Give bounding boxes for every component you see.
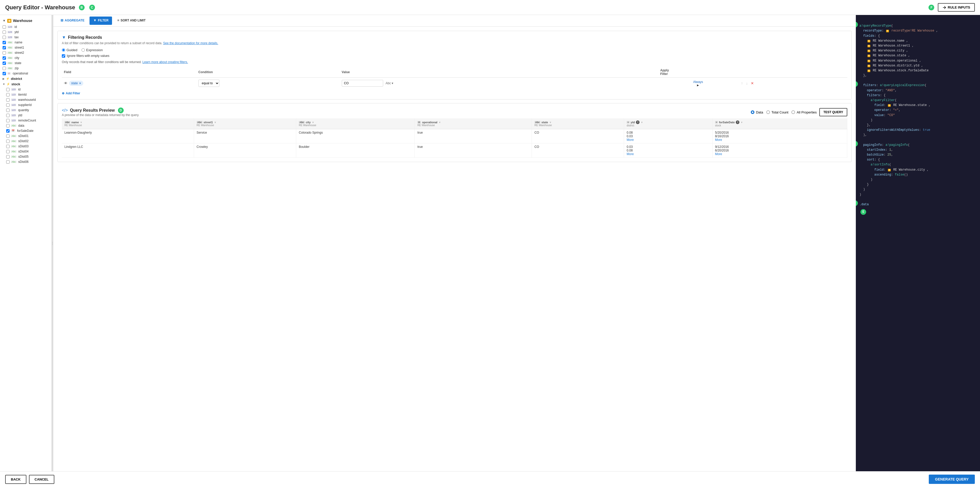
sidebar-item-data[interactable]: Abc data [0,123,51,128]
test-query-button[interactable]: TEST QUERY [819,108,847,116]
filter-condition-select[interactable]: equal to [199,79,220,87]
sidebar-check-ytd[interactable] [3,30,6,34]
sidebar-item-operational[interactable]: ⊙ operational [0,71,51,76]
sidebar-check-id[interactable] [3,25,6,29]
ytd-info-badge[interactable]: ? [636,121,640,124]
sidebar-item-ytd[interactable]: 123 ytd [0,30,51,35]
sidebar-check-sDist03[interactable] [6,145,10,148]
sidebar-item-sDist02[interactable]: Abc sDist02 [0,138,51,144]
more-ytd-1[interactable]: More [627,138,710,142]
sidebar-check-forSaleDate[interactable] [6,129,10,133]
sidebar-item-sDist04[interactable]: Abc sDist04 [0,149,51,154]
sidebar-check-zip[interactable] [3,67,6,70]
sidebar-check-sDist06[interactable] [6,160,10,163]
sidebar-check-warehouseId[interactable] [6,98,10,102]
sidebar-item-sDist01[interactable]: Abc sDist01 [0,133,51,138]
sidebar-item-city[interactable]: Abc city [0,56,51,60]
sidebar-check-name[interactable] [3,41,6,44]
sidebar-item-sDist05[interactable]: Abc sDist05 [0,154,51,159]
sidebar-check-quantity[interactable] [6,109,10,112]
apply-expand[interactable]: ▶ [697,84,699,87]
sidebar-check-sDist04[interactable] [6,150,10,153]
sidebar-item-sDist03[interactable]: Abc sDist03 [0,144,51,149]
guided-radio-label[interactable]: Guided [62,48,77,52]
sidebar-check-stock-ytd[interactable] [6,114,10,117]
tab-filter[interactable]: ▼ FILTER [89,17,112,25]
sidebar-check-state[interactable] [3,62,6,65]
ignore-empty-label[interactable]: Ignore filters with empty values [62,54,847,58]
sidebar-item-street1[interactable]: Abc street1 [0,45,51,50]
sidebar-label-ytd: ytd [14,30,19,34]
all-props-radio[interactable] [791,110,795,114]
sidebar-item-street2[interactable]: Abc street2 [0,50,51,56]
sidebar-check-sDist05[interactable] [6,155,10,159]
sidebar-item-id[interactable]: 123 id [0,24,51,30]
sidebar-item-name[interactable]: Abc name [0,40,51,45]
total-count-radio-wrapper[interactable]: Total Count [766,110,789,114]
sidebar-item-quantity[interactable]: 123 quantity [0,108,51,113]
sidebar-check-itemId[interactable] [6,93,10,97]
sidebar-check-remoteCount[interactable] [6,119,10,122]
sidebar-check-street2[interactable] [3,51,6,54]
sidebar-check-city[interactable] [3,56,6,60]
data-radio-wrapper[interactable]: Data [751,110,763,114]
all-props-radio-wrapper[interactable]: All Properties [791,110,816,114]
more-forsale-2[interactable]: More [715,152,845,156]
rule-inputs-button[interactable]: RULE INPUTS [938,3,975,12]
sidebar-item-sDist06[interactable]: Abc sDist06 [0,159,51,164]
ignore-empty-checkbox[interactable] [62,54,65,58]
filter-tag-remove[interactable]: ✕ [79,82,81,85]
learn-more-link[interactable]: Learn more about creating filters. [142,60,188,64]
sidebar-check-data[interactable] [6,124,10,127]
sidebar-check-sDist01[interactable] [6,135,10,138]
sidebar-item-forSaleDate[interactable]: 📅 forSaleDate [0,128,51,133]
eye-icon[interactable]: 👁 [64,81,67,85]
col-name: Abc name ▼ RE Warehouse [62,118,194,129]
sidebar-check-sDist02[interactable] [6,140,10,143]
expression-radio[interactable] [81,48,85,52]
more-ytd-2[interactable]: More [627,152,710,156]
filter-delete-btn[interactable]: ✕ [750,81,755,86]
sidebar-group-district[interactable]: ▶ ⚡ district [0,76,51,81]
sidebar-group-stock[interactable]: ▼ ⚡ stock [0,81,51,87]
total-count-radio[interactable] [766,110,770,114]
filter-value-input[interactable] [342,80,383,87]
forSaleDate-info-badge[interactable]: ? [736,121,740,124]
sidebar-item-zip[interactable]: Abc zip [0,66,51,71]
guided-radio[interactable] [62,48,65,52]
sidebar-item-state[interactable]: Abc state [0,60,51,66]
sidebar-collapse-btn[interactable]: ▼ [3,19,6,22]
filter-up-btn[interactable]: ↑ [740,81,744,86]
generate-query-button[interactable]: GENERATE QUERY [929,474,975,484]
data-radio[interactable] [751,110,754,114]
add-filter-button[interactable]: ⊕ Add Filter [62,92,80,95]
col-street1-sort[interactable]: ▼ [214,121,216,124]
sidebar-item-itemId[interactable]: 123 itemId [0,92,51,97]
col-operational-sort[interactable]: ▼ [439,121,441,124]
cancel-button[interactable]: CANCEL [29,475,54,484]
sidebar-item-stock-ytd[interactable]: 123 ytd [0,113,51,118]
sidebar-check-tax[interactable] [3,36,6,39]
sidebar-check-supplierId[interactable] [6,103,10,107]
sidebar-item-stock-id[interactable]: 123 id [0,87,51,92]
sidebar-item-tax[interactable]: 123 tax [0,35,51,40]
col-state-sort[interactable]: ▼ [549,121,552,124]
sidebar-item-supplierId[interactable]: 123 supplierId [0,102,51,108]
col-forSaleDate-sort[interactable]: ▼ [740,121,743,124]
tab-aggregate[interactable]: ⊞ AGGREGATE [56,15,89,26]
expression-radio-label[interactable]: Expression [81,48,103,52]
col-ytd-sort[interactable]: ▼ [641,121,643,124]
sidebar-item-remoteCount[interactable]: 123 remoteCount [0,118,51,123]
sidebar-type-remoteCount: 123 [11,119,16,122]
more-forsale-1[interactable]: More [715,138,845,142]
filter-doc-link[interactable]: See the documentation for more details. [163,41,218,45]
filter-down-btn[interactable]: ↓ [745,81,749,86]
col-name-sort[interactable]: ▼ [80,121,83,124]
sidebar-item-warehouseId[interactable]: 123 warehouseId [0,97,51,102]
tab-sort[interactable]: ≡ SORT AND LIMIT [113,15,150,26]
sidebar-check-stock-id[interactable] [6,88,10,91]
col-city-sort[interactable]: ▼ [312,121,314,124]
back-button[interactable]: BACK [5,475,26,484]
sidebar-check-street1[interactable] [3,46,6,49]
sidebar-check-operational[interactable] [3,72,6,75]
